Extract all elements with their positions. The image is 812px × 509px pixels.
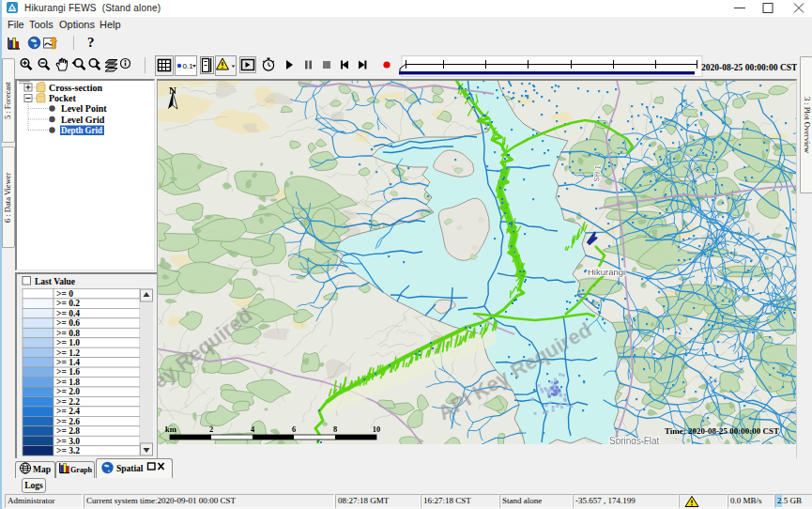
svg-text:10: 10 xyxy=(373,424,381,434)
svg-text:>= 0.4: >= 0.4 xyxy=(56,309,80,318)
svg-text:Graph: Graph xyxy=(70,465,92,474)
svg-text:Hikurangi: Hikurangi xyxy=(588,267,625,277)
svg-text:2: 2 xyxy=(209,424,213,434)
svg-text:>= 1.8: >= 1.8 xyxy=(56,378,80,387)
svg-text:>= 2.4: >= 2.4 xyxy=(56,407,80,416)
svg-text:Depth Grid: Depth Grid xyxy=(61,125,102,135)
svg-text:Cross-section: Cross-section xyxy=(49,83,102,93)
svg-text:Level Grid: Level Grid xyxy=(61,115,105,125)
svg-text:SH 1: SH 1 xyxy=(592,164,603,182)
svg-text:Pocket: Pocket xyxy=(49,93,77,103)
svg-text:0.1: 0.1 xyxy=(183,62,194,70)
svg-text:Spatial: Spatial xyxy=(116,464,144,473)
svg-text:>= 1.0: >= 1.0 xyxy=(56,338,80,347)
svg-text:>= 1.6: >= 1.6 xyxy=(56,367,80,377)
svg-text:>= 3.0: >= 3.0 xyxy=(56,437,80,446)
svg-text:Springs Flat: Springs Flat xyxy=(609,436,660,444)
svg-text:>= 0.6: >= 0.6 xyxy=(56,318,80,328)
svg-text:8: 8 xyxy=(333,424,337,434)
svg-text:6: 6 xyxy=(292,424,296,434)
svg-text:Level Point: Level Point xyxy=(61,103,107,114)
svg-text:>= 2.0: >= 2.0 xyxy=(56,387,80,396)
svg-text:>= 0.2: >= 0.2 xyxy=(56,299,80,308)
svg-text:>= 0.8: >= 0.8 xyxy=(56,329,80,338)
svg-text:>= 2.6: >= 2.6 xyxy=(56,417,80,426)
svg-text:>= 3.2: >= 3.2 xyxy=(56,446,80,455)
svg-text:>= 2.8: >= 2.8 xyxy=(56,426,80,436)
svg-text:Map: Map xyxy=(33,465,51,474)
svg-text:>= 1.2: >= 1.2 xyxy=(56,348,80,358)
svg-text:km: km xyxy=(165,424,176,434)
svg-text:Last Value: Last Value xyxy=(35,277,75,286)
svg-text:>= 0: >= 0 xyxy=(56,289,73,299)
svg-text:>= 2.2: >= 2.2 xyxy=(56,397,80,407)
svg-text:?: ? xyxy=(87,35,95,50)
svg-text:Time: 2020-08-25 00:00:00 CST: Time: 2020-08-25 00:00:00 CST xyxy=(665,426,779,436)
svg-text:2020-08-25 00:00:00 CST: 2020-08-25 00:00:00 CST xyxy=(701,63,797,72)
svg-text:>= 1.4: >= 1.4 xyxy=(56,358,80,367)
